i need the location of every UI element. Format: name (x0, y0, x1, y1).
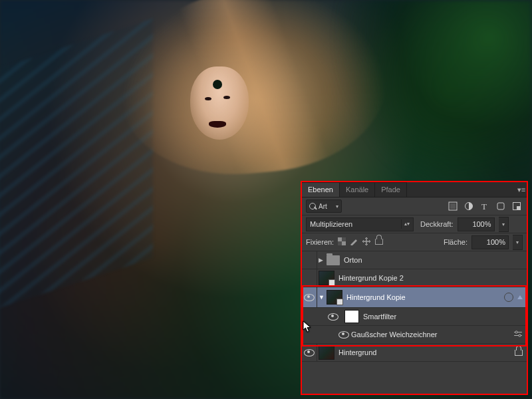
layer-row-bg-copy[interactable]: ▼ Hintergrund Kopie (302, 287, 527, 308)
blend-mode-value: Multiplizieren (310, 220, 352, 228)
chevron-down-icon: ▾ (336, 203, 338, 209)
expand-up-icon[interactable] (517, 295, 523, 299)
lock-label: Fixieren: (306, 238, 334, 246)
blend-row: Multiplizieren ▴▾ Deckkraft: 100% ▾ (302, 215, 527, 233)
lock-row: Fixieren: Fläche: 100% ▾ (302, 233, 527, 251)
layer-name[interactable]: Gaußscher Weichzeichner (351, 331, 513, 338)
layers-list: ▶ Orton Hintergrund Kopie 2 ▼ Hintergrun… (302, 251, 527, 362)
filter-mask-thumbnail[interactable] (344, 310, 359, 323)
svg-rect-1 (450, 203, 456, 209)
filter-type-icon[interactable]: T (479, 200, 491, 212)
visibility-toggle[interactable] (326, 308, 340, 325)
layer-row-orton[interactable]: ▶ Orton (302, 251, 527, 269)
filter-adjustment-icon[interactable] (463, 200, 475, 212)
layer-thumbnail[interactable] (319, 271, 334, 285)
lock-all-icon[interactable] (375, 238, 383, 246)
fill-value: 100% (487, 238, 505, 246)
smartfilter-mask-icon[interactable] (504, 293, 513, 302)
lock-transparency-icon[interactable] (338, 237, 346, 247)
lock-icon (515, 350, 523, 356)
filter-smartobj-icon[interactable] (511, 200, 523, 212)
panel-tabbar: Ebenen Kanäle Pfade ▾≡ (302, 182, 527, 198)
svg-rect-8 (338, 237, 342, 241)
visibility-toggle[interactable] (302, 287, 317, 307)
svg-point-12 (515, 331, 517, 333)
eye-left (205, 97, 211, 100)
layer-row-smartfilter[interactable]: Smartfilter (302, 308, 527, 326)
opacity-label: Deckkraft: (420, 220, 454, 228)
eye-icon (304, 294, 315, 301)
folder-icon (327, 255, 340, 265)
visibility-toggle[interactable] (302, 269, 317, 287)
opacity-stepper[interactable]: ▾ (499, 217, 509, 232)
svg-point-13 (519, 334, 521, 336)
forehead-dot (213, 80, 222, 89)
layer-name[interactable]: Smartfilter (363, 313, 523, 321)
panel-menu-icon[interactable]: ▾≡ (516, 182, 527, 197)
layer-name[interactable]: Hintergrund Kopie (346, 293, 504, 301)
fill-input[interactable]: 100% (471, 235, 509, 249)
svg-rect-9 (342, 241, 346, 245)
layer-name[interactable]: Hintergrund (338, 348, 515, 356)
pointer-cursor (303, 321, 313, 334)
opacity-input[interactable]: 100% (458, 217, 495, 231)
layer-name[interactable]: Hintergrund Kopie 2 (338, 274, 523, 282)
eye-icon (304, 349, 315, 356)
fill-label: Fläche: (444, 238, 467, 246)
tab-channels[interactable]: Kanäle (340, 182, 375, 197)
layer-filter-kind[interactable]: Art ▾ (306, 200, 342, 213)
filter-shape-icon[interactable] (495, 200, 507, 212)
layer-row-background[interactable]: Hintergrund (302, 344, 527, 362)
svg-rect-6 (517, 206, 520, 209)
visibility-toggle[interactable] (302, 344, 317, 361)
filter-row: Art ▾ T (302, 198, 527, 215)
mouth (209, 121, 226, 128)
blend-mode-select[interactable]: Multiplizieren ▴▾ (306, 217, 414, 231)
layer-thumbnail[interactable] (319, 345, 334, 360)
fill-stepper[interactable]: ▾ (513, 235, 523, 250)
svg-text:T: T (481, 201, 487, 211)
disclosure-triangle[interactable]: ▶ (319, 257, 324, 263)
tab-layers[interactable]: Ebenen (302, 182, 340, 197)
visibility-toggle[interactable] (302, 251, 317, 269)
eye-icon (338, 331, 349, 338)
svg-rect-4 (497, 203, 504, 209)
tab-paths[interactable]: Pfade (375, 182, 407, 197)
search-icon (309, 203, 316, 209)
filter-kind-label: Art (319, 203, 333, 210)
lock-position-icon[interactable] (362, 237, 371, 247)
visibility-toggle[interactable] (336, 326, 351, 343)
filter-pixel-icon[interactable] (447, 200, 459, 212)
layer-row-gaussian-blur[interactable]: Gaußscher Weichzeichner (302, 326, 527, 344)
lock-pixels-icon[interactable] (350, 237, 358, 247)
disclosure-triangle[interactable]: ▼ (319, 294, 324, 301)
opacity-value: 100% (472, 220, 491, 228)
layers-panel: Ebenen Kanäle Pfade ▾≡ Art ▾ T Multipli (301, 181, 528, 395)
face-shape (190, 66, 249, 140)
layer-name[interactable]: Orton (344, 256, 523, 264)
layer-thumbnail[interactable] (327, 290, 342, 305)
eye-right (223, 96, 230, 99)
layer-row-bg-copy-2[interactable]: Hintergrund Kopie 2 (302, 269, 527, 287)
eye-icon (328, 313, 338, 321)
filter-options-icon[interactable] (513, 331, 523, 338)
chevron-updown-icon: ▴▾ (401, 219, 410, 229)
